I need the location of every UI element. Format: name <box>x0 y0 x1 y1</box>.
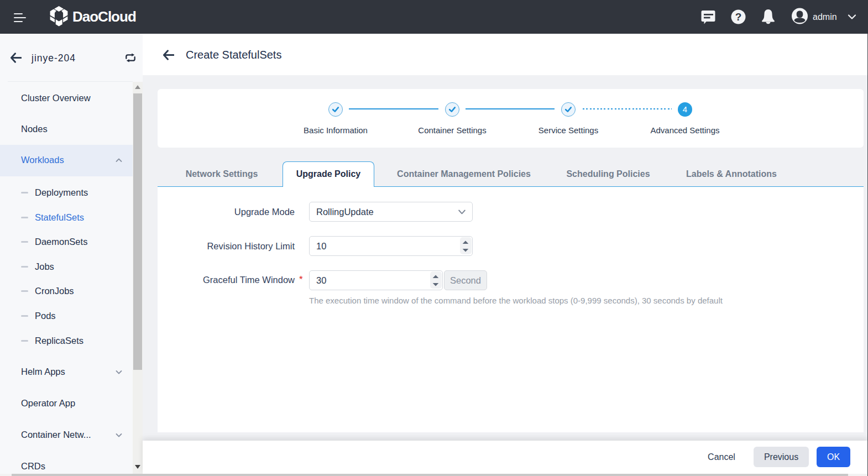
svg-text:?: ? <box>735 11 742 23</box>
